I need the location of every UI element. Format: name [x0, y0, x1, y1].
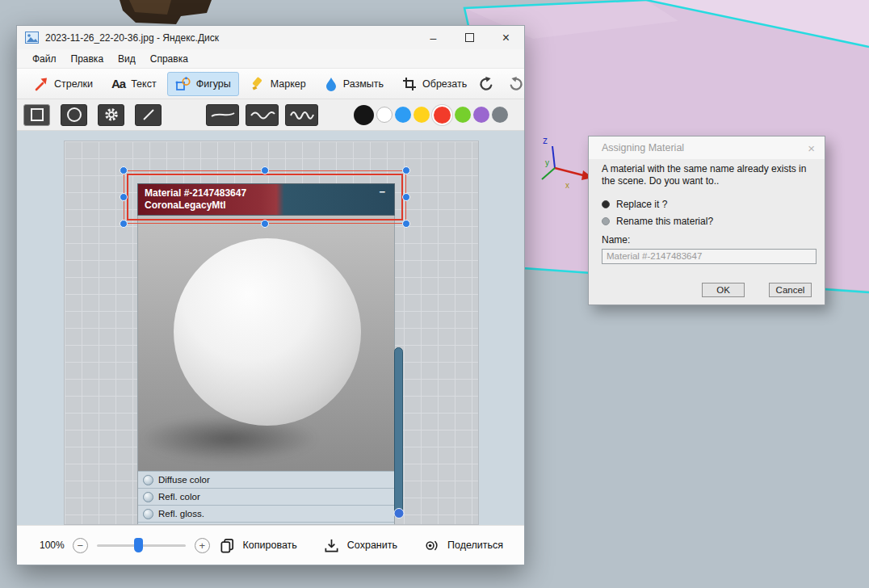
gear-icon: [103, 107, 120, 123]
text-tool-button[interactable]: Aa Текст: [103, 72, 165, 95]
rectangle-shape-button[interactable]: [23, 104, 50, 126]
resize-handle-top-middle[interactable]: [261, 166, 269, 174]
blur-tool-label: Размыть: [343, 78, 384, 90]
maximize-button[interactable]: [451, 26, 488, 49]
resize-handle-bottom-middle[interactable]: [261, 220, 269, 228]
shapes-tool-label: Фигуры: [196, 78, 231, 90]
color-swatch-yellow[interactable]: [414, 107, 430, 123]
dialog-title: Assigning Material: [602, 142, 684, 153]
color-swatch-white[interactable]: [376, 107, 393, 123]
stroke-style-straight-button[interactable]: [206, 104, 239, 126]
material-sphere-preview: [137, 216, 395, 471]
dialog-close-button[interactable]: ×: [808, 141, 815, 155]
rectangle-annotation[interactable]: [127, 174, 403, 220]
save-button[interactable]: Сохранить: [323, 537, 397, 554]
stroke-style-zigzag-button[interactable]: [285, 104, 318, 126]
resize-handle-top-right[interactable]: [402, 166, 410, 174]
rectangle-icon: [31, 108, 44, 121]
menu-view[interactable]: Вид: [111, 52, 143, 66]
shapes-tool-button[interactable]: Фигуры: [167, 72, 239, 96]
blur-tool-button[interactable]: Размыть: [317, 72, 392, 96]
crop-tool-label: Обрезать: [422, 78, 467, 90]
color-swatch-gray[interactable]: [492, 107, 508, 123]
rename-radio-button[interactable]: [602, 217, 610, 225]
color-swatch-black[interactable]: [354, 105, 374, 125]
color-swatch-blue[interactable]: [395, 107, 411, 123]
resize-handle-bottom-right[interactable]: [402, 220, 410, 228]
material-params: Diffuse color Refl. color Refl. gloss.: [137, 471, 395, 525]
droplet-icon: [325, 77, 338, 91]
app-icon: [25, 32, 39, 44]
desktop: z x y 2023-11-26_22-20-36.jpg - Яндекс.Д…: [0, 0, 869, 588]
undo-button[interactable]: [477, 75, 495, 93]
medium-wave-icon: [250, 110, 275, 120]
color-swatch-green[interactable]: [455, 107, 471, 123]
marker-tool-button[interactable]: Маркер: [241, 72, 314, 96]
share-broadcast-icon: [423, 537, 440, 554]
color-swatch-red[interactable]: [432, 105, 452, 125]
ok-button[interactable]: OK: [702, 283, 745, 297]
shape-settings-button[interactable]: [98, 104, 124, 126]
gentle-wave-icon: [210, 110, 236, 120]
material-editor-content: Material #-2147483647 CoronaLegacyMtl − …: [137, 183, 395, 525]
dialog-radio-group: Replace it ? Rename this material?: [602, 199, 812, 227]
param-label: Refl. color: [158, 492, 200, 502]
resize-handle-bottom-left[interactable]: [120, 220, 128, 228]
resize-handle-middle-left[interactable]: [120, 193, 128, 201]
resize-handle-middle-right[interactable]: [402, 193, 410, 201]
main-toolbar: Стрелки Aa Текст Фигуры: [17, 69, 524, 99]
param-dot-icon: [143, 492, 153, 502]
shape-options-bar: [17, 99, 524, 131]
zoom-out-button[interactable]: −: [73, 538, 88, 553]
material-scrollbar: [394, 347, 403, 514]
tight-wave-icon: [289, 110, 315, 120]
share-button[interactable]: Поделиться: [423, 537, 503, 554]
history-controls: [477, 75, 538, 93]
arrow-icon: [33, 77, 48, 91]
zoom-in-button[interactable]: +: [195, 538, 210, 553]
copy-icon: [219, 537, 236, 554]
line-icon: [141, 107, 156, 122]
color-swatch-group: [354, 105, 510, 125]
param-label: Refl. gloss.: [158, 509, 204, 519]
param-dot-icon: [143, 509, 153, 519]
redo-icon: [508, 76, 524, 92]
minimize-button[interactable]: –: [415, 26, 451, 49]
undo-icon: [478, 76, 494, 92]
crop-tool-button[interactable]: Обрезать: [394, 72, 475, 96]
rename-radio-row[interactable]: Rename this material?: [602, 216, 812, 227]
axis-x-label: x: [565, 181, 569, 190]
menu-help[interactable]: Справка: [143, 52, 195, 66]
menu-edit[interactable]: Правка: [64, 52, 111, 66]
material-name-input[interactable]: [602, 249, 817, 264]
replace-radio-row[interactable]: Replace it ?: [602, 199, 812, 210]
edit-canvas[interactable]: Material #-2147483647 CoronaLegacyMtl − …: [17, 131, 524, 525]
shapes-icon: [175, 77, 191, 91]
window-titlebar: 2023-11-26_22-20-36.jpg - Яндекс.Диск – …: [17, 26, 524, 49]
param-row: Diffuse color: [138, 471, 394, 488]
param-label: Diffuse color: [158, 475, 210, 485]
arrows-tool-button[interactable]: Стрелки: [25, 72, 101, 96]
param-row-partial: [138, 522, 394, 525]
maximize-icon: [465, 33, 474, 42]
stroke-style-group: [206, 104, 325, 126]
redo-button[interactable]: [507, 75, 525, 93]
close-button[interactable]: ×: [488, 26, 524, 49]
stroke-style-wavy-button[interactable]: [246, 104, 279, 126]
cancel-button[interactable]: Cancel: [769, 283, 812, 297]
line-shape-button[interactable]: [135, 104, 162, 126]
menu-file[interactable]: Файл: [25, 52, 64, 66]
copy-button[interactable]: Копировать: [219, 537, 297, 554]
assigning-material-dialog: Assigning Material × A material with the…: [588, 136, 825, 305]
color-swatch-purple[interactable]: [473, 107, 489, 123]
ellipse-shape-button[interactable]: [61, 104, 87, 126]
axis-z-label: z: [543, 135, 548, 146]
marker-icon: [250, 77, 265, 91]
zoom-slider[interactable]: [97, 544, 186, 547]
dialog-titlebar: Assigning Material ×: [589, 136, 825, 159]
resize-handle-top-left[interactable]: [120, 166, 128, 174]
replace-radio-button[interactable]: [602, 200, 610, 208]
arrows-tool-label: Стрелки: [54, 78, 93, 90]
zoom-level: 100%: [40, 540, 65, 551]
zoom-slider-handle[interactable]: [134, 538, 143, 552]
